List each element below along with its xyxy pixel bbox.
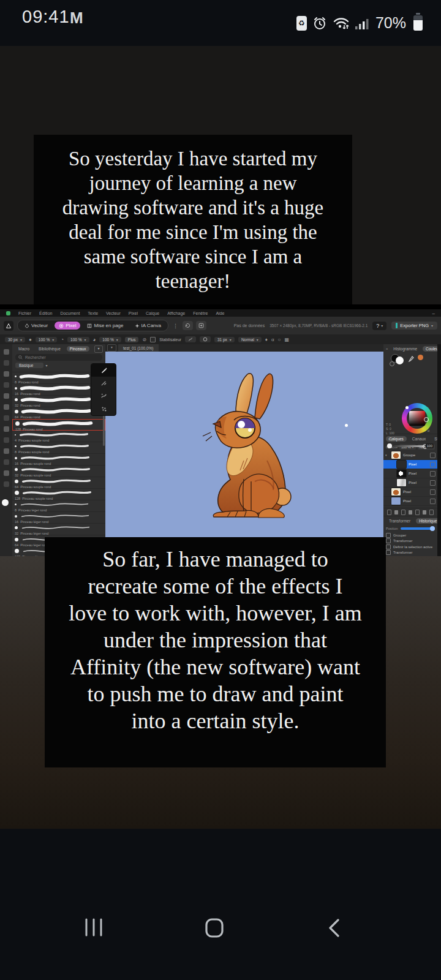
brush-category-dropdown[interactable]: Basique xyxy=(15,363,43,368)
pixel-tool[interactable] xyxy=(91,377,116,390)
hardness-dropdown[interactable]: 100 %▾ xyxy=(99,337,121,342)
layer-row[interactable]: Pixel xyxy=(383,469,437,478)
menu-item[interactable]: Texte xyxy=(88,311,98,315)
menu-item[interactable]: Fichier xyxy=(18,311,31,315)
brush-item[interactable]: 8 Pinceau léger rond xyxy=(12,500,105,512)
fx-icon[interactable] xyxy=(409,510,412,514)
history-position-slider[interactable] xyxy=(401,527,435,530)
layer-row[interactable]: Pixel xyxy=(383,497,437,506)
mask-icon[interactable] xyxy=(394,510,398,514)
panel-tab[interactable]: Pinceaux xyxy=(67,346,89,352)
recents-button[interactable] xyxy=(83,918,105,937)
tool-icon[interactable] xyxy=(4,404,9,410)
panel-collapse-icon[interactable]: « xyxy=(386,347,388,350)
history-entry[interactable]: Transformer xyxy=(383,538,437,545)
color-square[interactable] xyxy=(409,411,425,426)
window-stabilizer-button[interactable] xyxy=(200,336,211,342)
brush-item[interactable]: 8 Pinceau souple rond xyxy=(12,442,105,454)
panel-tab[interactable]: Histogramme xyxy=(390,346,420,352)
panel-tab[interactable]: Historique xyxy=(416,518,437,524)
panel-tab[interactable]: Transformer xyxy=(386,518,413,524)
brush-search-field[interactable]: Rechercher xyxy=(15,354,102,361)
menu-item[interactable]: Aide xyxy=(216,311,224,315)
layer-visibility-toggle[interactable] xyxy=(430,499,435,504)
sync-button[interactable] xyxy=(183,321,193,330)
brush-item[interactable]: 128 Pinceau souple rond xyxy=(12,489,105,500)
group-icon[interactable] xyxy=(415,510,420,515)
menu-item[interactable]: Calque xyxy=(146,311,159,315)
export-png-button[interactable]: Exporter PNG▾ xyxy=(391,322,437,330)
menu-item[interactable]: Vecteur xyxy=(106,311,121,315)
hue-marker[interactable] xyxy=(405,406,409,409)
overflow-menu-icon[interactable]: ⋮ xyxy=(173,323,178,329)
history-entry[interactable]: Transformer xyxy=(383,550,437,556)
menu-item[interactable]: Fenêtre xyxy=(193,311,208,315)
brush-item[interactable]: 64 Pinceau souple rond xyxy=(12,477,105,489)
panel-collapse-icon[interactable]: ▾ xyxy=(94,345,103,353)
persona-canva-ai[interactable]: IA Canva xyxy=(130,322,165,330)
tool-icon[interactable] xyxy=(4,426,9,432)
layer-visibility-toggle[interactable] xyxy=(430,453,435,458)
layer-visibility-toggle[interactable] xyxy=(430,489,435,495)
tool-icon[interactable] xyxy=(4,415,9,421)
tool-icon[interactable] xyxy=(4,382,9,388)
blend-mode-dropdown[interactable]: Normal▾ xyxy=(238,337,262,342)
home-button[interactable] xyxy=(204,918,225,938)
recent-color-swatch[interactable] xyxy=(418,355,423,360)
no-color-icon[interactable] xyxy=(390,361,394,366)
panel-tab[interactable]: Stock xyxy=(431,436,437,442)
tool-icon[interactable] xyxy=(4,437,9,443)
canvas[interactable] xyxy=(105,352,383,547)
brush-item[interactable]: 16 Pinceau léger rond xyxy=(12,512,105,524)
layer-row[interactable]: Pixel xyxy=(383,478,437,488)
saturation-marker[interactable] xyxy=(424,417,429,422)
panel-tab[interactable]: Macro xyxy=(15,346,32,352)
layer-row[interactable]: Pixel xyxy=(383,488,437,497)
back-button[interactable] xyxy=(326,918,342,938)
layer-visibility-toggle[interactable] xyxy=(430,462,435,467)
minimize-icon[interactable]: – xyxy=(432,311,435,316)
panel-tab[interactable]: Bibliothèque xyxy=(36,346,64,352)
panel-tab[interactable]: Canaux xyxy=(409,436,429,442)
tool-icon[interactable] xyxy=(4,393,9,399)
brush-item[interactable]: 4 Pinceau souple rond xyxy=(12,431,105,442)
persona-layout[interactable]: Mise en page xyxy=(83,322,127,330)
history-entry[interactable]: Définir la sélection active xyxy=(383,544,437,550)
stabilizer-size-dropdown[interactable]: 31 px▾ xyxy=(214,337,235,342)
panel-tab[interactable]: Couleur xyxy=(423,346,437,352)
brush-item[interactable]: 128 Pinceau rond xyxy=(12,419,105,431)
primary-color-swatch[interactable] xyxy=(396,356,404,364)
wet-brush-tool[interactable] xyxy=(91,390,116,402)
history-entry[interactable]: Transformer xyxy=(383,556,437,556)
rope-stabilizer-button[interactable] xyxy=(185,336,196,342)
layer-row[interactable]: ▾ Groupe xyxy=(383,451,437,460)
stabilizer-checkbox[interactable] xyxy=(150,337,156,342)
tool-icon[interactable] xyxy=(4,360,9,366)
persona-pixel[interactable]: Pixel xyxy=(55,322,80,330)
delete-layer-icon[interactable] xyxy=(423,510,426,514)
adjustment-icon[interactable] xyxy=(401,510,405,515)
panel-collapse-icon[interactable]: ▾ xyxy=(107,344,116,352)
brush-item[interactable]: 16 Pinceau souple rond xyxy=(12,454,105,466)
tool-icon[interactable] xyxy=(4,448,9,454)
menu-item[interactable]: Document xyxy=(60,311,80,315)
persona-vector[interactable]: Vecteur xyxy=(20,322,52,330)
history-entry[interactable]: Grouper xyxy=(383,532,437,538)
menu-item[interactable]: Pixel xyxy=(129,311,138,315)
layer-visibility-toggle[interactable] xyxy=(430,471,435,477)
tool-icon[interactable] xyxy=(4,349,9,355)
more-button[interactable]: Plus xyxy=(125,337,139,342)
flow-dropdown[interactable]: 100 %▾ xyxy=(67,337,89,342)
smudge-tool[interactable] xyxy=(91,402,116,415)
tool-icon[interactable] xyxy=(4,470,9,476)
help-button[interactable]: ?▾ xyxy=(372,322,386,330)
layer-options-icon[interactable] xyxy=(429,510,434,515)
opacity-slider[interactable]: 100 xyxy=(387,443,434,448)
brush-size-dropdown[interactable]: 30 px▾ xyxy=(5,337,25,342)
new-layer-icon[interactable] xyxy=(387,510,391,515)
brush-item[interactable]: 32 Pinceau souple rond xyxy=(12,466,105,477)
eyedropper-icon[interactable] xyxy=(408,355,414,366)
tool-icon[interactable] xyxy=(4,459,9,465)
brush-item[interactable]: 32 Pinceau léger rond xyxy=(12,524,105,535)
opacity-dropdown[interactable]: 100 %▾ xyxy=(36,337,57,342)
